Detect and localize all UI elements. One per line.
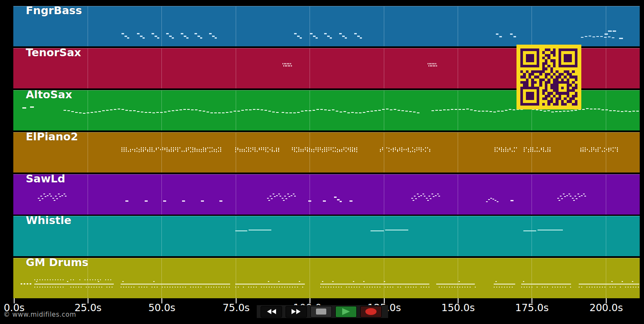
midi-note: [122, 149, 122, 150]
midi-note: [305, 147, 306, 148]
midi-note: [284, 287, 285, 288]
midi-note: [416, 287, 416, 288]
midi-note: [591, 147, 592, 148]
fast-forward-button[interactable]: [286, 306, 307, 318]
midi-note: [390, 109, 392, 110]
record-icon: [365, 308, 377, 315]
midi-note: [382, 109, 385, 110]
midi-note: [583, 151, 583, 152]
midi-note: [447, 109, 450, 110]
midi-note: [466, 109, 469, 109]
midi-note: [412, 151, 413, 152]
midi-note: [333, 147, 334, 148]
midi-note: [538, 230, 563, 230]
rewind-button[interactable]: [261, 306, 282, 318]
midi-note: [334, 197, 337, 198]
track-label-elpiano2: ElPiano2: [26, 131, 78, 143]
midi-note: [112, 287, 112, 288]
midi-note: [126, 151, 127, 152]
midi-note: [182, 151, 182, 152]
midi-note: [543, 147, 544, 148]
midi-note: [63, 279, 64, 280]
midi-note: [301, 111, 304, 112]
midi-note: [154, 151, 155, 152]
midi-note: [34, 287, 35, 288]
midi-note: [421, 147, 422, 148]
midi-note: [216, 151, 217, 152]
midi-note: [49, 194, 51, 194]
midi-note: [521, 284, 571, 285]
midi-note: [52, 287, 53, 288]
midi-note: [272, 151, 273, 152]
midi-note: [532, 151, 533, 152]
midi-note: [191, 109, 194, 110]
midi-note: [157, 37, 159, 39]
midi-note: [318, 149, 319, 150]
midi-note: [125, 36, 127, 37]
midi-note: [139, 151, 140, 152]
midi-note: [246, 147, 247, 148]
midi-note: [85, 279, 85, 280]
midi-note: [50, 279, 51, 280]
stop-button[interactable]: [310, 306, 332, 318]
midi-note: [447, 287, 447, 288]
midi-note: [287, 287, 288, 288]
midi-note: [249, 230, 271, 230]
midi-note: [590, 109, 592, 109]
gridline: [236, 48, 236, 88]
midi-note: [320, 149, 321, 150]
midi-note: [604, 151, 605, 152]
midi-note: [337, 151, 338, 152]
midi-note: [242, 149, 243, 150]
midi-note: [38, 198, 39, 199]
midi-note: [555, 111, 558, 112]
gridline: [161, 258, 162, 298]
midi-note: [101, 287, 102, 288]
midi-note: [583, 194, 585, 194]
play-button[interactable]: [335, 306, 357, 318]
midi-note: [201, 200, 204, 202]
midi-note: [30, 106, 34, 108]
midi-note: [64, 110, 66, 111]
midi-note: [336, 111, 338, 112]
midi-note: [134, 149, 135, 150]
midi-note: [430, 198, 431, 199]
midi-note: [386, 109, 389, 109]
midi-note: [47, 287, 48, 288]
midi-note: [132, 149, 133, 150]
midi-note: [426, 287, 427, 288]
midi-note: [144, 287, 145, 288]
midi-note: [42, 287, 43, 288]
midi-note: [50, 196, 52, 197]
midi-note: [605, 33, 608, 35]
midi-note: [347, 112, 350, 113]
midi-note: [292, 149, 293, 150]
midi-note: [158, 147, 159, 148]
midi-note: [496, 287, 497, 288]
midi-note: [606, 149, 607, 150]
midi-note: [605, 109, 608, 110]
gridline: [161, 91, 162, 130]
midi-note: [286, 63, 286, 64]
time-tick-label: 175.0s: [515, 302, 549, 313]
gridline: [384, 216, 384, 256]
midi-note: [600, 36, 603, 37]
midi-note: [598, 149, 598, 150]
midi-note: [516, 147, 517, 148]
midi-note: [431, 65, 432, 67]
midi-note: [47, 279, 48, 280]
midi-note: [372, 287, 373, 288]
midi-note: [106, 287, 107, 288]
midi-note: [572, 198, 574, 199]
midi-note: [414, 151, 415, 152]
midi-note: [495, 151, 495, 152]
midi-note: [585, 147, 586, 148]
midi-note: [137, 148, 137, 149]
midi-note: [59, 196, 61, 197]
record-button[interactable]: [360, 306, 382, 318]
midi-note: [179, 109, 182, 110]
midi-note: [629, 111, 631, 112]
midi-note: [125, 110, 128, 111]
time-tick-label: 25.0s: [74, 302, 101, 313]
midi-note: [249, 109, 252, 110]
